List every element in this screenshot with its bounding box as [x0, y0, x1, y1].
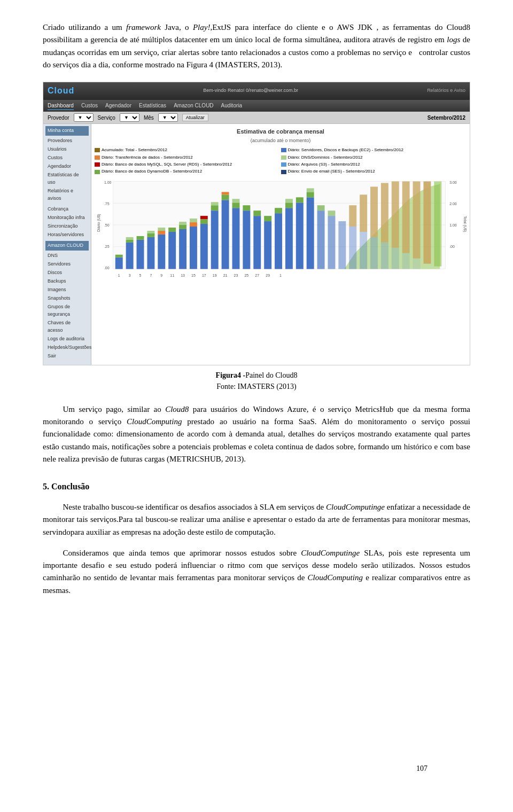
- svg-text:.00: .00: [104, 266, 110, 269]
- nav-auditoria[interactable]: Auditoria: [221, 102, 242, 111]
- svg-rect-33: [190, 218, 197, 222]
- toolbar-provedor-select[interactable]: ▼: [74, 113, 94, 122]
- sb-item-snapshots[interactable]: Snapshots: [45, 294, 89, 303]
- svg-rect-65: [328, 216, 335, 269]
- svg-rect-45: [232, 199, 240, 202]
- sb-item-servidores[interactable]: Servidores: [45, 260, 89, 269]
- svg-rect-37: [211, 210, 219, 269]
- nav-agendador[interactable]: Agendador: [105, 102, 131, 111]
- cloud-toolbar: Provedor ▼ Serviço ▼ Mês ▼ Atualizar Set…: [43, 112, 470, 124]
- svg-rect-64: [317, 205, 325, 210]
- svg-rect-39: [211, 202, 219, 205]
- svg-rect-57: [285, 199, 293, 202]
- svg-rect-16: [126, 240, 134, 243]
- svg-text:27: 27: [255, 274, 259, 277]
- toolbar-mes-select[interactable]: ▼: [158, 113, 178, 122]
- cloud-header-links: Relatórios e Aviso: [427, 87, 465, 95]
- svg-rect-17: [126, 237, 134, 240]
- svg-text:Diário (U$): Diário (U$): [97, 214, 101, 232]
- toolbar-date: Setembro/2012: [428, 114, 465, 122]
- svg-rect-43: [232, 208, 240, 269]
- sb-item-agendador[interactable]: Agendador: [45, 162, 89, 171]
- svg-rect-20: [147, 237, 154, 269]
- svg-rect-23: [158, 235, 165, 269]
- legend-item-2: Diário: Servidores, Discos e Backups (EC…: [281, 147, 467, 153]
- svg-text:5: 5: [139, 274, 142, 277]
- svg-text:3: 3: [129, 274, 131, 277]
- svg-text:1: 1: [118, 274, 120, 277]
- legend-item-3: Diário: Transferência de dados - Setembr…: [95, 154, 281, 161]
- svg-text:.00: .00: [449, 245, 455, 248]
- svg-rect-22: [147, 231, 154, 233]
- nav-dashboard[interactable]: Dashboard: [48, 102, 74, 111]
- sb-item-logs[interactable]: Logs de auditoria: [45, 335, 89, 343]
- svg-rect-28: [179, 229, 186, 269]
- figure-text: Painel do Cloud8: [245, 371, 297, 379]
- svg-rect-74: [413, 259, 421, 269]
- svg-rect-18: [137, 240, 144, 269]
- sb-item-sincronizacao[interactable]: Sincronização: [45, 222, 89, 231]
- svg-rect-78: [381, 183, 388, 242]
- sb-item-imagens[interactable]: Imagens: [45, 286, 89, 294]
- legend-item-6: Diário: Arquivos (S3) - Setembro/2012: [281, 161, 467, 168]
- svg-rect-34: [200, 224, 208, 269]
- nav-estatisticas[interactable]: Estatísticas: [139, 102, 166, 111]
- chart-area: 1.00 .75 .50 .25 .00 3.00 2.00 1.00 .00: [95, 178, 467, 283]
- legend-item-7: Diário: Banco de dados DynamoDB - Setemb…: [95, 168, 281, 175]
- svg-rect-15: [126, 243, 134, 269]
- svg-text:1.00: 1.00: [104, 181, 112, 184]
- sb-item-helpdesk[interactable]: Helpdesk/Sugestões: [45, 343, 89, 352]
- svg-text:.25: .25: [104, 245, 110, 248]
- sb-item-dns[interactable]: DNS: [45, 252, 89, 260]
- toolbar-mes-label: Mês: [144, 114, 154, 122]
- svg-rect-35: [200, 219, 208, 224]
- section-5-heading: 5. Conclusão: [43, 480, 470, 494]
- svg-rect-82: [423, 181, 431, 263]
- cloud-nav: Dashboard Custos Agendador Estatísticas …: [43, 100, 470, 112]
- svg-rect-14: [115, 255, 123, 257]
- svg-rect-73: [402, 253, 410, 269]
- sb-item-relatorios[interactable]: Relatórios e avisos: [45, 187, 89, 203]
- svg-rect-26: [168, 232, 176, 269]
- figure-caption: Figura4 -Painel do Cloud8 Fonte: IMASTER…: [43, 370, 470, 393]
- sb-item-cobranca[interactable]: Cobrança: [45, 205, 89, 214]
- svg-text:19: 19: [213, 274, 217, 277]
- svg-rect-36: [200, 216, 208, 219]
- svg-rect-51: [264, 221, 271, 269]
- svg-rect-71: [381, 243, 388, 269]
- sb-item-backups[interactable]: Backups: [45, 277, 89, 286]
- svg-rect-29: [179, 225, 186, 229]
- svg-rect-75: [349, 205, 356, 227]
- nav-amazon[interactable]: Amazon CLOUD: [174, 102, 213, 111]
- sb-item-custos[interactable]: Custos: [45, 154, 89, 162]
- svg-rect-61: [307, 192, 314, 197]
- sb-item-provedores[interactable]: Provedores: [45, 137, 89, 145]
- svg-text:7: 7: [150, 274, 152, 277]
- toolbar-servico-select[interactable]: ▼: [120, 113, 139, 122]
- svg-rect-21: [147, 233, 154, 237]
- figure-source-text: IMASTERS (2013): [238, 382, 297, 391]
- svg-text:17: 17: [202, 274, 206, 277]
- chart-svg: 1.00 .75 .50 .25 .00 3.00 2.00 1.00 .00: [95, 178, 467, 280]
- cloud-sidebar: Minha conta Provedores Usuários Custos A…: [43, 124, 91, 364]
- svg-rect-38: [211, 205, 219, 210]
- svg-text:21: 21: [223, 274, 228, 277]
- toolbar-provedor-label: Provedor: [48, 114, 69, 122]
- sb-title-amazon: Amazon CLOUD: [45, 241, 89, 251]
- sb-item-grupos[interactable]: Grupos de segurança: [45, 303, 89, 319]
- toolbar-atualizar-button[interactable]: Atualizar: [182, 114, 208, 121]
- sb-item-discos[interactable]: Discos: [45, 269, 89, 277]
- chart-subtitle: (acumulado até o momento): [95, 137, 467, 145]
- svg-text:Dias: Dias: [276, 279, 285, 280]
- svg-rect-70: [370, 237, 378, 269]
- svg-rect-60: [307, 197, 314, 269]
- svg-rect-81: [413, 181, 421, 258]
- sb-item-estatisticas[interactable]: Estatísticas de uso: [45, 171, 89, 187]
- sb-item-horas[interactable]: Horas/servidores: [45, 231, 89, 239]
- sb-item-sair[interactable]: Sair: [45, 352, 89, 361]
- sb-item-chaves[interactable]: Chaves de acesso: [45, 319, 89, 335]
- sb-item-usuarios[interactable]: Usuários: [45, 145, 89, 154]
- svg-text:25: 25: [244, 274, 248, 277]
- sb-item-monitoracao[interactable]: Monitoração infra: [45, 214, 89, 222]
- nav-custos[interactable]: Custos: [81, 102, 98, 111]
